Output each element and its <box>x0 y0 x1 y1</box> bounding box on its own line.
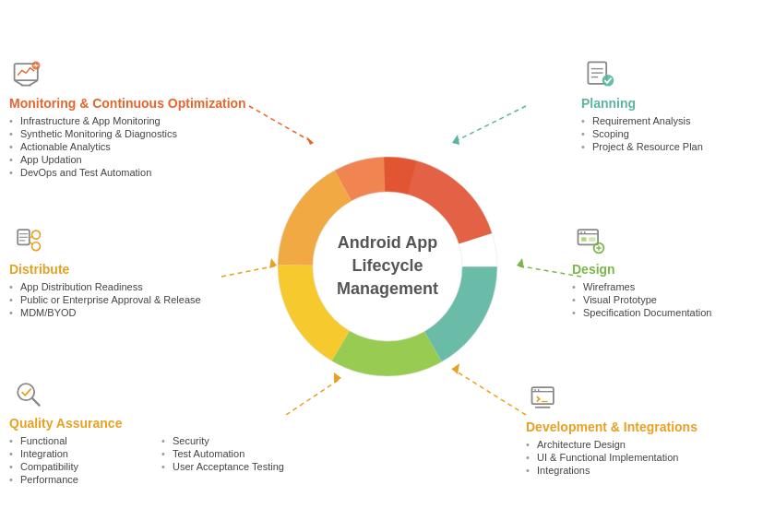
distribute-item-1: App Distribution Readiness <box>9 280 212 293</box>
design-title: Design <box>572 262 766 277</box>
distribute-title: Distribute <box>9 262 212 277</box>
design-list: Wireframes Visual Prototype Specificatio… <box>572 280 766 319</box>
distribute-list: App Distribution Readiness Public or Ent… <box>9 280 212 319</box>
design-section: Design Wireframes Visual Prototype Speci… <box>572 221 766 319</box>
quality-item-2: Integration <box>9 447 143 460</box>
distribute-item-3: MDM/BYOD <box>9 306 212 319</box>
distribute-item-2: Public or Enterprise Approval & Release <box>9 293 212 306</box>
quality-item-6: Test Automation <box>161 447 295 460</box>
main-container: Android App Lifecycle Management Monitor… <box>0 0 775 532</box>
quality-section: Quality Assurance Functional Integration… <box>9 375 295 486</box>
planning-list: Requirement Analysis Scoping Project & R… <box>581 114 766 153</box>
development-item-1: Architecture Design <box>526 438 766 451</box>
donut-center-label: Android App Lifecycle Management <box>318 231 457 301</box>
quality-title: Quality Assurance <box>9 416 295 431</box>
planning-icon <box>581 55 618 92</box>
design-item-3: Specification Documentation <box>572 306 766 319</box>
development-title: Development & Integrations <box>526 420 766 434</box>
design-item-2: Visual Prototype <box>572 293 766 306</box>
design-icon <box>572 221 609 258</box>
monitoring-item-3: Actionable Analytics <box>9 140 249 153</box>
planning-item-1: Requirement Analysis <box>581 114 766 127</box>
planning-section: Planning Requirement Analysis Scoping Pr… <box>581 55 766 153</box>
quality-item-3: Compatibility <box>9 460 143 473</box>
quality-icon <box>9 375 46 412</box>
distribute-icon <box>9 221 46 258</box>
design-item-1: Wireframes <box>572 280 766 293</box>
development-icon <box>526 379 563 416</box>
svg-point-55 <box>32 242 41 251</box>
planning-title: Planning <box>581 96 766 111</box>
quality-list-left: Functional Integration Compatibility Per… <box>9 434 143 486</box>
development-section: Development & Integrations Architecture … <box>526 379 766 477</box>
monitoring-item-5: DevOps and Test Automation <box>9 166 249 179</box>
planning-item-2: Scoping <box>581 127 766 140</box>
svg-point-48 <box>18 384 34 400</box>
svg-rect-38 <box>589 237 595 242</box>
svg-marker-5 <box>517 258 524 268</box>
monitoring-icon <box>9 55 46 92</box>
planning-item-3: Project & Resource Plan <box>581 140 766 153</box>
monitoring-list: Infrastructure & App Monitoring Syntheti… <box>9 114 249 179</box>
quality-list-right: Security Test Automation User Acceptance… <box>161 434 295 473</box>
distribute-section: Distribute App Distribution Readiness Pu… <box>9 221 212 319</box>
monitoring-item-4: App Updation <box>9 153 249 166</box>
monitoring-item-1: Infrastructure & App Monitoring <box>9 114 249 127</box>
svg-rect-37 <box>581 237 586 242</box>
svg-line-49 <box>32 398 39 405</box>
monitoring-title: Monitoring & Continuous Optimization <box>9 96 249 111</box>
development-list: Architecture Design UI & Functional Impl… <box>526 438 766 477</box>
quality-item-5: Security <box>161 434 295 447</box>
quality-item-7: User Acceptance Testing <box>161 460 295 473</box>
donut-chart: Android App Lifecycle Management <box>258 137 517 396</box>
svg-point-54 <box>32 231 41 239</box>
development-item-3: Integrations <box>526 464 766 477</box>
quality-item-4: Performance <box>9 473 143 486</box>
monitoring-section: Monitoring & Continuous Optimization Inf… <box>9 55 249 179</box>
development-item-2: UI & Functional Implementation <box>526 451 766 464</box>
quality-item-1: Functional <box>9 434 143 447</box>
monitoring-item-2: Synthetic Monitoring & Diagnostics <box>9 127 249 140</box>
svg-point-32 <box>602 75 614 87</box>
